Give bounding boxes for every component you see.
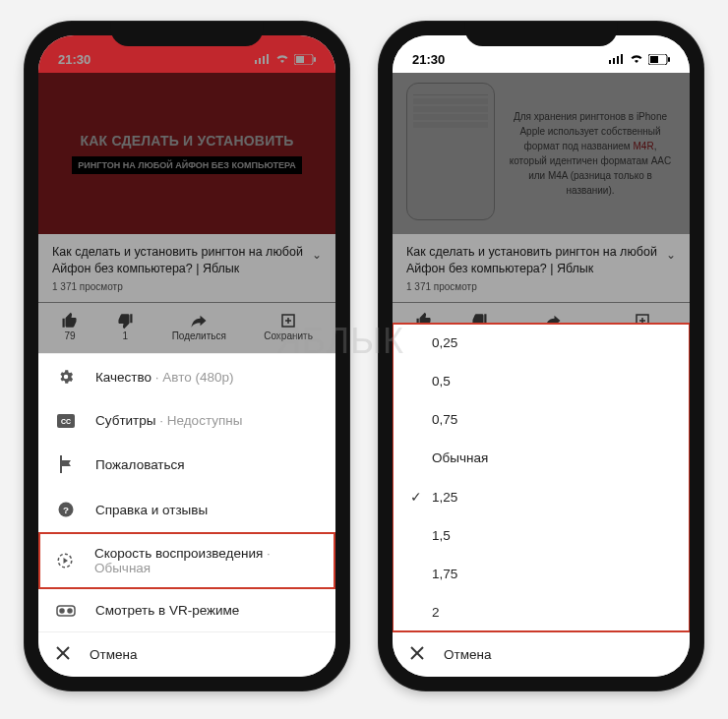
svg-marker-15 bbox=[64, 558, 69, 564]
share-icon bbox=[172, 311, 226, 330]
speed-option[interactable]: 1,5 bbox=[393, 516, 690, 555]
status-time: 21:30 bbox=[412, 52, 445, 67]
video-meta[interactable]: Как сделать и установить рингтон на любо… bbox=[38, 234, 335, 303]
phone-left: 21:30 КАК СДЕЛАТЬ И УСТАНОВИТЬ РИНГТОН Н… bbox=[25, 22, 349, 690]
svg-rect-0 bbox=[255, 60, 257, 64]
svg-rect-21 bbox=[609, 60, 611, 64]
svg-rect-26 bbox=[650, 56, 658, 63]
playback-speed-row[interactable]: Скорость воспроизведенияОбычная bbox=[38, 532, 335, 589]
like-button[interactable]: 79 bbox=[61, 311, 79, 341]
speed-sheet: 0,250,50,75Обычная✓1,251,51,752 Отмена bbox=[393, 323, 690, 677]
gear-icon bbox=[56, 368, 76, 386]
svg-rect-3 bbox=[267, 54, 269, 64]
svg-rect-24 bbox=[621, 54, 623, 64]
speed-option[interactable]: 0,75 bbox=[393, 400, 690, 439]
video-meta[interactable]: Как сделать и установить рингтон на любо… bbox=[393, 234, 690, 303]
svg-rect-22 bbox=[613, 58, 615, 64]
video-title: Как сделать и установить рингтон на любо… bbox=[52, 244, 322, 277]
quality-row[interactable]: КачествоАвто (480p) bbox=[38, 354, 335, 399]
status-time: 21:30 bbox=[58, 52, 91, 67]
dislike-button[interactable]: 1 bbox=[116, 311, 134, 341]
speed-label: 0,75 bbox=[432, 412, 457, 427]
video-views: 1 371 просмотр bbox=[406, 281, 676, 292]
speed-label: 1,75 bbox=[432, 567, 457, 581]
svg-text:?: ? bbox=[63, 505, 69, 515]
svg-point-18 bbox=[68, 609, 72, 613]
speed-option[interactable]: ✓1,25 bbox=[393, 477, 690, 516]
speed-option[interactable]: 2 bbox=[393, 593, 690, 631]
thumbs-up-icon bbox=[61, 311, 79, 330]
svg-point-17 bbox=[60, 609, 64, 613]
vr-icon bbox=[56, 605, 76, 617]
svg-rect-4 bbox=[294, 54, 313, 65]
speed-label: 0,5 bbox=[432, 374, 451, 389]
thumbs-down-icon bbox=[116, 311, 134, 330]
help-icon: ? bbox=[56, 501, 76, 518]
close-icon bbox=[56, 646, 70, 663]
thumb2-text: Для хранения рингтонов в iPhone Apple ис… bbox=[505, 109, 676, 198]
speed-label: Обычная bbox=[432, 450, 488, 465]
speed-icon bbox=[56, 552, 75, 569]
svg-rect-25 bbox=[648, 54, 667, 65]
report-row[interactable]: Пожаловаться bbox=[38, 442, 335, 487]
captions-row[interactable]: CC СубтитрыНедоступны bbox=[38, 399, 335, 442]
options-sheet: КачествоАвто (480p) CC СубтитрыНедоступн… bbox=[38, 353, 335, 677]
phone-notch bbox=[465, 22, 618, 46]
cancel-row[interactable]: Отмена bbox=[38, 631, 335, 677]
svg-rect-27 bbox=[668, 57, 670, 62]
speed-label: 0,25 bbox=[432, 335, 457, 350]
speed-label: 1,5 bbox=[432, 528, 451, 543]
help-row[interactable]: ? Справка и отзывы bbox=[38, 487, 335, 532]
svg-rect-7 bbox=[282, 315, 294, 327]
svg-text:CC: CC bbox=[61, 418, 71, 425]
thumb-subtitle: РИНГТОН НА ЛЮБОЙ АЙФОН БЕЗ КОМПЬЮТЕРА bbox=[72, 156, 301, 174]
save-icon bbox=[264, 311, 313, 330]
video-thumbnail: Для хранения рингтонов в iPhone Apple ис… bbox=[393, 73, 690, 234]
speed-list: 0,250,50,75Обычная✓1,251,51,752 bbox=[393, 324, 690, 631]
flag-icon bbox=[56, 455, 76, 473]
svg-rect-5 bbox=[296, 56, 304, 63]
svg-rect-6 bbox=[314, 57, 316, 62]
cc-icon: CC bbox=[56, 414, 76, 428]
chevron-down-icon: ⌄ bbox=[666, 248, 676, 262]
chevron-down-icon: ⌄ bbox=[312, 248, 322, 262]
status-right bbox=[255, 54, 316, 65]
speed-label: 2 bbox=[432, 605, 440, 620]
video-thumbnail: КАК СДЕЛАТЬ И УСТАНОВИТЬ РИНГТОН НА ЛЮБО… bbox=[38, 73, 335, 234]
speed-option[interactable]: 1,75 bbox=[393, 555, 690, 593]
speed-option[interactable]: Обычная bbox=[393, 439, 690, 477]
share-button[interactable]: Поделиться bbox=[172, 311, 226, 341]
svg-rect-2 bbox=[263, 56, 265, 64]
video-views: 1 371 просмотр bbox=[52, 281, 322, 292]
speed-option[interactable]: 0,25 bbox=[393, 324, 690, 362]
video-title: Как сделать и установить рингтон на любо… bbox=[406, 244, 676, 277]
mini-phone-graphic bbox=[406, 83, 495, 220]
phone-notch bbox=[111, 22, 264, 46]
check-icon: ✓ bbox=[410, 489, 432, 505]
svg-rect-23 bbox=[617, 56, 619, 64]
status-right bbox=[609, 54, 670, 65]
speed-option[interactable]: 0,5 bbox=[393, 362, 690, 400]
save-button[interactable]: Сохранить bbox=[264, 311, 313, 341]
svg-rect-1 bbox=[259, 58, 261, 64]
thumb-title: КАК СДЕЛАТЬ И УСТАНОВИТЬ bbox=[81, 133, 294, 149]
speed-label: 1,25 bbox=[432, 490, 457, 505]
cancel-row[interactable]: Отмена bbox=[393, 631, 690, 677]
vr-row[interactable]: Смотреть в VR-режиме bbox=[38, 589, 335, 631]
phone-right: 21:30 bbox=[379, 22, 703, 690]
action-bar: 79 1 Поделиться Сохранить bbox=[38, 303, 335, 354]
close-icon bbox=[410, 646, 424, 663]
